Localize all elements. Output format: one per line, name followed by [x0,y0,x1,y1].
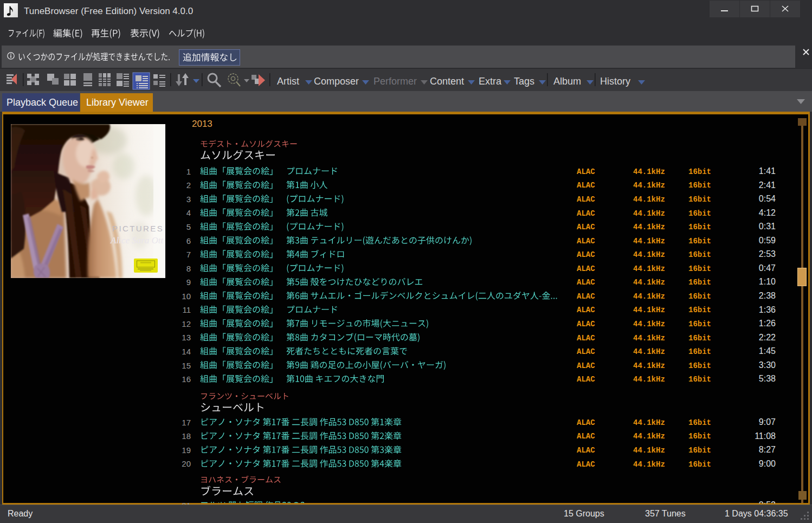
svg-text:Alice Sara Ott: Alice Sara Ott [110,235,164,246]
svg-text:PICTURES: PICTURES [112,224,164,233]
